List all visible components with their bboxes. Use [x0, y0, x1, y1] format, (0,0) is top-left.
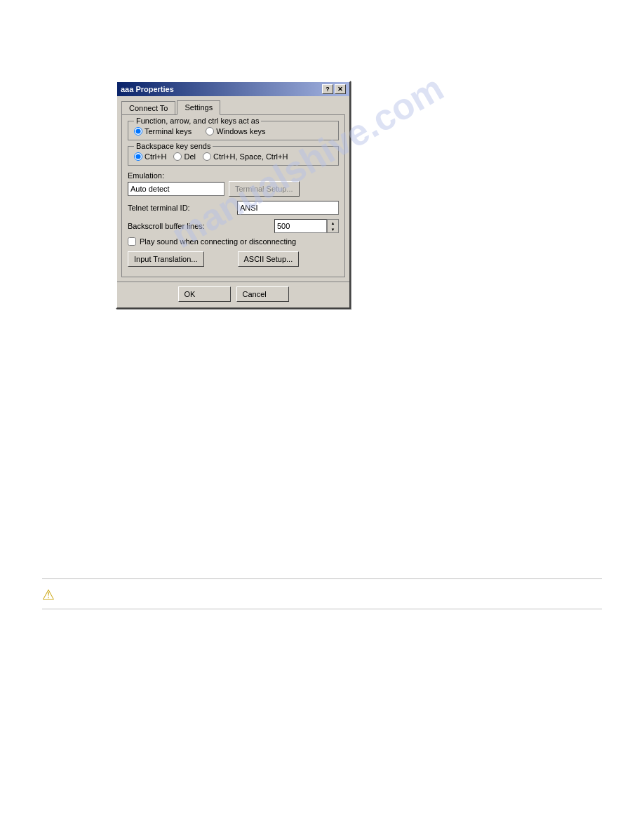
action-buttons-row: Input Translation... ASCII Setup...	[128, 251, 339, 267]
spinner-buttons: ▲ ▼	[327, 219, 339, 233]
emulation-dropdown-wrapper: Auto detect VT100 ANSI VT52	[128, 182, 224, 196]
ctrl-h-space-label: Ctrl+H, Space, Ctrl+H	[213, 152, 288, 161]
play-sound-label: Play sound when connecting or disconnect…	[140, 237, 296, 246]
input-translation-button[interactable]: Input Translation...	[128, 251, 204, 267]
windows-keys-option: Windows keys	[206, 127, 265, 135]
page-container: manualshive.com aaa Properties ? ✕ Conne…	[0, 0, 644, 834]
emulation-select[interactable]: Auto detect VT100 ANSI VT52	[128, 182, 224, 196]
telnet-id-label: Telnet terminal ID:	[128, 204, 190, 212]
cancel-button[interactable]: Cancel	[236, 286, 289, 302]
function-keys-group: Function, arrow, and ctrl keys act as Te…	[128, 121, 339, 140]
terminal-keys-radio[interactable]	[134, 127, 142, 135]
backspace-legend: Backspace key sends	[134, 142, 213, 150]
title-bar-buttons: ? ✕	[322, 84, 346, 94]
function-keys-options: Terminal keys Windows keys	[134, 127, 333, 135]
ctrl-h-space-radio[interactable]	[203, 152, 211, 161]
windows-keys-label: Windows keys	[216, 127, 265, 135]
tabs-row: Connect To Settings	[121, 100, 345, 114]
ctrl-h-radio[interactable]	[134, 152, 142, 161]
telnet-id-input[interactable]	[237, 201, 339, 215]
tab-settings[interactable]: Settings	[177, 100, 220, 115]
terminal-keys-option: Terminal keys	[134, 127, 192, 135]
dialog-footer: OK Cancel	[117, 282, 349, 307]
backscroll-input[interactable]	[274, 219, 327, 233]
play-sound-row: Play sound when connecting or disconnect…	[128, 237, 339, 246]
emulation-row: Emulation: Auto detect VT100 ANSI VT52 T…	[128, 171, 339, 197]
del-option: Del	[173, 152, 196, 161]
play-sound-checkbox[interactable]	[128, 237, 136, 246]
emulation-label: Emulation:	[128, 171, 339, 180]
title-bar: aaa Properties ? ✕	[117, 82, 349, 96]
tab-connect-to[interactable]: Connect To	[121, 101, 175, 114]
dialog-body: Connect To Settings Function, arrow, and…	[117, 96, 349, 282]
backspace-group: Backspace key sends Ctrl+H Del Ctrl+H	[128, 146, 339, 166]
spinner-down-button[interactable]: ▼	[328, 226, 338, 232]
backscroll-row: Backscroll buffer lines: ▲ ▼	[128, 219, 339, 233]
tab-content-settings: Function, arrow, and ctrl keys act as Te…	[121, 114, 345, 277]
dialog-window: aaa Properties ? ✕ Connect To Settings	[116, 81, 351, 309]
emulation-controls: Auto detect VT100 ANSI VT52 Terminal Set…	[128, 181, 339, 197]
close-button[interactable]: ✕	[335, 84, 346, 94]
help-button[interactable]: ?	[322, 84, 333, 94]
del-label: Del	[184, 152, 196, 161]
del-radio[interactable]	[173, 152, 182, 161]
dialog-title: aaa Properties	[121, 85, 174, 93]
ok-button[interactable]: OK	[178, 286, 231, 302]
spinner-up-button[interactable]: ▲	[328, 220, 338, 226]
telnet-id-row: Telnet terminal ID:	[128, 201, 339, 215]
backscroll-spinner: ▲ ▼	[274, 219, 339, 233]
backspace-options: Ctrl+H Del Ctrl+H, Space, Ctrl+H	[134, 152, 333, 161]
ctrl-h-label: Ctrl+H	[145, 152, 166, 161]
warning-icon: ⚠	[42, 586, 55, 603]
function-keys-legend: Function, arrow, and ctrl keys act as	[134, 117, 261, 125]
ascii-setup-button[interactable]: ASCII Setup...	[238, 251, 300, 267]
terminal-setup-button[interactable]: Terminal Setup...	[229, 181, 300, 197]
ctrl-h-space-option: Ctrl+H, Space, Ctrl+H	[203, 152, 288, 161]
warning-section: ⚠	[42, 578, 602, 609]
terminal-keys-label: Terminal keys	[145, 127, 192, 135]
backscroll-label: Backscroll buffer lines:	[128, 222, 205, 230]
ctrl-h-option: Ctrl+H	[134, 152, 166, 161]
windows-keys-radio[interactable]	[206, 127, 214, 135]
